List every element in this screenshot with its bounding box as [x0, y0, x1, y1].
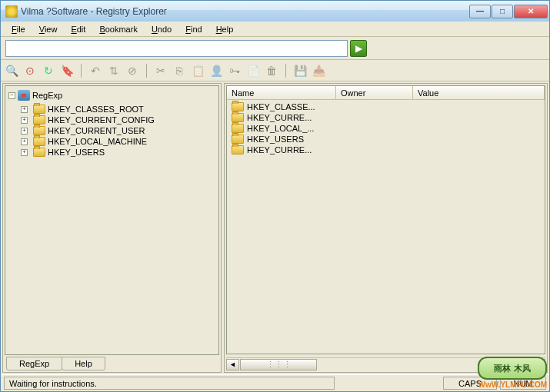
cut-icon[interactable]: ✂: [155, 65, 167, 77]
tree-item[interactable]: +HKEY_CURRENT_CONFIG: [21, 115, 217, 125]
window-controls: — □ ✕: [469, 5, 548, 18]
menu-file[interactable]: File: [5, 23, 32, 35]
value-icon[interactable]: 📄: [247, 65, 259, 77]
expand-icon[interactable]: +: [21, 149, 28, 156]
folder-icon: [232, 135, 244, 144]
toolbar: 🔍 ⊙ ↻ 🔖 ↶ ⇅ ⊘ ✂ ⎘ 📋 👤 🗝 📄 🗑 💾 📥: [1, 60, 549, 81]
tree-root[interactable]: − RegExp: [7, 89, 217, 101]
content-area: − RegExp +HKEY_CLASSES_ROOT +HKEY_CURREN…: [1, 81, 549, 374]
tree-item-label: HKEY_USERS: [48, 148, 105, 157]
bookmark-icon[interactable]: 🔖: [61, 65, 73, 77]
menu-edit[interactable]: Edit: [65, 23, 92, 35]
status-message: Waiting for instructions.: [4, 377, 335, 390]
tab-regexp[interactable]: RegExp: [6, 357, 62, 370]
menubar: File View Edit Bookmark Undo Find Help: [1, 22, 549, 37]
folder-icon: [33, 137, 45, 146]
column-name[interactable]: Name: [227, 86, 336, 99]
horizontal-scrollbar[interactable]: ◄ ⋮⋮⋮ ►: [226, 357, 545, 370]
bottom-tabs: RegExp Help: [3, 357, 221, 372]
menu-view[interactable]: View: [33, 23, 64, 35]
expand-icon[interactable]: +: [21, 117, 28, 124]
list-item-label: HKEY_LOCAL_...: [247, 124, 314, 133]
list-header: Name Owner Value: [227, 86, 545, 100]
minimize-button[interactable]: —: [469, 5, 491, 18]
menu-undo[interactable]: Undo: [145, 23, 178, 35]
import-icon[interactable]: 📥: [312, 65, 325, 77]
find-icon[interactable]: 🔍: [5, 65, 18, 77]
list-item[interactable]: HKEY_LOCAL_...: [230, 123, 542, 134]
list-item[interactable]: HKEY_CLASSE...: [230, 101, 542, 112]
tree-item[interactable]: +HKEY_CLASSES_ROOT: [21, 104, 217, 115]
tree-item[interactable]: +HKEY_CURRENT_USER: [21, 125, 217, 136]
delete-icon[interactable]: 🗑: [265, 65, 278, 77]
search-go-button[interactable]: ▶: [350, 40, 367, 57]
folder-icon: [232, 124, 244, 133]
copy-icon[interactable]: ⎘: [173, 65, 185, 77]
list-item-label: HKEY_CLASSE...: [247, 102, 315, 111]
right-panel: Name Owner Value HKEY_CLASSE... HKEY_CUR…: [224, 83, 548, 373]
key-icon[interactable]: 🗝: [228, 65, 241, 77]
tab-help[interactable]: Help: [62, 357, 105, 370]
expand-icon[interactable]: +: [21, 138, 28, 145]
folder-icon: [232, 145, 244, 154]
menu-find[interactable]: Find: [179, 23, 208, 35]
toolbar-separator: [285, 64, 286, 78]
searchbar: ▶: [1, 37, 549, 60]
search-input[interactable]: [5, 40, 348, 57]
undo-icon[interactable]: ↶: [89, 65, 102, 77]
registry-root-icon: [18, 90, 30, 101]
toolbar-separator: [146, 64, 147, 78]
expand-icon[interactable]: +: [21, 106, 28, 113]
maximize-button[interactable]: □: [492, 5, 513, 18]
stop-icon[interactable]: ⊘: [126, 65, 138, 77]
scroll-right-arrow[interactable]: ►: [532, 359, 545, 370]
registry-tree[interactable]: − RegExp +HKEY_CLASSES_ROOT +HKEY_CURREN…: [5, 85, 219, 355]
redo-icon[interactable]: ⇅: [108, 65, 120, 77]
column-value[interactable]: Value: [413, 86, 545, 99]
statusbar: Waiting for instructions. CAPS NUM: [1, 374, 549, 391]
user-icon[interactable]: 👤: [210, 65, 222, 77]
status-num: NUM: [500, 377, 546, 390]
tree-item[interactable]: +HKEY_LOCAL_MACHINE: [21, 136, 217, 147]
status-caps: CAPS: [443, 377, 497, 390]
collapse-icon[interactable]: −: [8, 92, 15, 99]
folder-icon: [33, 115, 45, 125]
folder-icon: [33, 126, 45, 135]
list-item-label: HKEY_CURRE...: [247, 145, 312, 154]
tree-item-label: HKEY_CURRENT_USER: [48, 126, 145, 135]
app-icon: [5, 5, 18, 18]
list-item[interactable]: HKEY_CURRE...: [230, 112, 542, 123]
list-item[interactable]: HKEY_CURRE...: [230, 145, 542, 155]
tree-item-label: HKEY_LOCAL_MACHINE: [48, 137, 147, 146]
folder-icon: [232, 113, 244, 122]
refresh-icon[interactable]: ↻: [42, 65, 55, 77]
list-item-label: HKEY_USERS: [247, 135, 304, 144]
tree-root-label: RegExp: [32, 91, 62, 100]
folder-icon: [33, 105, 45, 114]
titlebar[interactable]: Vilma ?Software - Registry Explorer — □ …: [0, 0, 550, 22]
window-title: Vilma ?Software - Registry Explorer: [21, 6, 167, 17]
tree-item-label: HKEY_CLASSES_ROOT: [48, 105, 144, 114]
tree-item-label: HKEY_CURRENT_CONFIG: [48, 115, 155, 125]
column-owner[interactable]: Owner: [336, 86, 413, 99]
folder-icon: [33, 148, 45, 157]
main-frame: File View Edit Bookmark Undo Find Help ▶…: [0, 22, 550, 392]
list-item[interactable]: HKEY_USERS: [230, 134, 542, 145]
scroll-thumb[interactable]: ⋮⋮⋮: [240, 359, 317, 370]
export-icon[interactable]: 💾: [294, 65, 306, 77]
left-panel: − RegExp +HKEY_CLASSES_ROOT +HKEY_CURREN…: [2, 83, 222, 373]
paste-icon[interactable]: 📋: [192, 65, 204, 77]
list-body: HKEY_CLASSE... HKEY_CURRE... HKEY_LOCAL_…: [227, 100, 545, 354]
list-item-label: HKEY_CURRE...: [247, 113, 312, 122]
folder-icon: [232, 102, 244, 111]
menu-bookmark[interactable]: Bookmark: [93, 23, 144, 35]
tree-item[interactable]: +HKEY_USERS: [21, 147, 217, 158]
tree-children: +HKEY_CLASSES_ROOT +HKEY_CURRENT_CONFIG …: [21, 104, 217, 158]
list-view[interactable]: Name Owner Value HKEY_CLASSE... HKEY_CUR…: [226, 85, 545, 354]
magnet-icon[interactable]: ⊙: [24, 65, 36, 77]
toolbar-separator: [81, 64, 82, 78]
menu-help[interactable]: Help: [210, 23, 240, 35]
close-button[interactable]: ✕: [514, 5, 548, 18]
expand-icon[interactable]: +: [21, 128, 28, 135]
scroll-left-arrow[interactable]: ◄: [226, 359, 239, 370]
